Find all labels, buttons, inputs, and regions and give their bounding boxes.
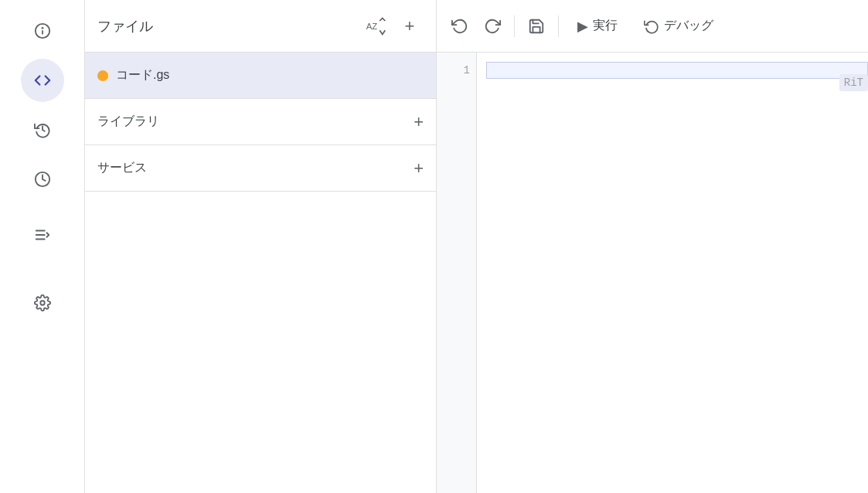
sidebar-item-history[interactable] bbox=[21, 108, 64, 151]
rit-badge: RiT bbox=[839, 74, 868, 91]
svg-point-7 bbox=[40, 301, 45, 305]
debug-label: デバッグ bbox=[664, 18, 713, 34]
save-icon bbox=[528, 18, 545, 35]
file-panel: ファイル AZ + コード.gs ライブラリ + サービス + bbox=[85, 0, 437, 493]
editor-panel: ▶ 実行 デバッグ 1 RiT bbox=[437, 0, 868, 493]
services-label: サービス bbox=[97, 160, 414, 176]
svg-text:AZ: AZ bbox=[366, 21, 378, 30]
redo-icon bbox=[484, 18, 501, 35]
toolbar-divider-2 bbox=[558, 15, 559, 37]
gear-icon bbox=[34, 294, 51, 311]
sort-az-icon: AZ bbox=[365, 15, 386, 37]
sidebar-item-settings[interactable] bbox=[21, 281, 64, 325]
add-file-button[interactable]: + bbox=[396, 12, 424, 40]
file-panel-header: ファイル AZ + bbox=[85, 0, 436, 53]
sort-button[interactable]: AZ bbox=[362, 12, 390, 40]
cursor-line bbox=[486, 62, 868, 79]
sidebar-item-triggers[interactable] bbox=[21, 158, 64, 201]
debug-button[interactable]: デバッグ bbox=[633, 13, 724, 39]
file-dot bbox=[97, 70, 108, 81]
line-numbers: 1 bbox=[437, 53, 477, 493]
info-icon bbox=[34, 22, 51, 39]
redo-button[interactable] bbox=[478, 12, 506, 40]
services-section[interactable]: サービス + bbox=[85, 145, 436, 192]
history-icon bbox=[34, 121, 51, 138]
add-library-button[interactable]: + bbox=[414, 114, 424, 131]
file-item-code-gs[interactable]: コード.gs bbox=[85, 53, 436, 99]
libraries-section[interactable]: ライブラリ + bbox=[85, 99, 436, 145]
sidebar-item-code[interactable] bbox=[21, 59, 64, 102]
file-panel-title: ファイル bbox=[97, 17, 356, 36]
file-name: コード.gs bbox=[116, 67, 169, 83]
libraries-label: ライブラリ bbox=[97, 114, 414, 130]
sidebar-item-info[interactable] bbox=[21, 9, 64, 53]
debug-icon bbox=[644, 19, 659, 34]
clock-icon bbox=[34, 171, 51, 188]
add-service-button[interactable]: + bbox=[414, 160, 424, 177]
run-icon: ▶ bbox=[577, 18, 588, 35]
save-button[interactable] bbox=[523, 12, 550, 40]
undo-icon bbox=[451, 18, 468, 35]
icon-sidebar bbox=[0, 0, 85, 493]
toolbar-divider-1 bbox=[514, 15, 515, 37]
plus-icon: + bbox=[405, 16, 415, 36]
undo-button[interactable] bbox=[446, 12, 474, 40]
run-button[interactable]: ▶ 実行 bbox=[567, 13, 628, 39]
line-number-1: 1 bbox=[437, 62, 470, 79]
code-area[interactable]: RiT bbox=[477, 53, 868, 493]
editor-body: 1 RiT bbox=[437, 53, 868, 493]
sidebar-item-executions[interactable] bbox=[21, 213, 64, 257]
run-label: 実行 bbox=[593, 18, 618, 34]
editor-toolbar: ▶ 実行 デバッグ bbox=[437, 0, 868, 53]
code-icon bbox=[34, 72, 51, 89]
executions-icon bbox=[34, 226, 51, 243]
